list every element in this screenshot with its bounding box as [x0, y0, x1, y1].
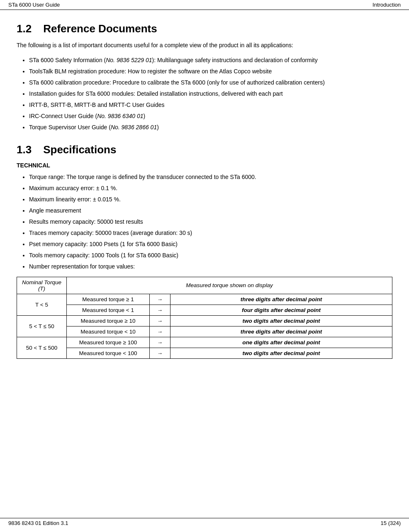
table-result: three digits after decimal point: [170, 326, 392, 337]
list-item: IRTT-B, SRTT-B, MRTT-B and MRTT-C User G…: [29, 101, 392, 109]
table-result: four digits after decimal point: [170, 305, 392, 315]
list-item: Torque range: The torque range is define…: [29, 173, 392, 181]
table-condition: Measured torque ≥ 1: [67, 294, 150, 305]
list-item: Traces memory capacity: 50000 traces (av…: [29, 229, 392, 237]
table-header-measured: Measured torque shown on display: [67, 277, 392, 294]
table-result: two digits after decimal point: [170, 348, 392, 358]
section-1-2-intro: The following is a list of important doc…: [17, 41, 392, 50]
footer-left: 9836 8243 01 Edition 3.1: [8, 520, 68, 526]
list-item: Pset memory capacity: 1000 Psets (1 for …: [29, 240, 392, 249]
table-arrow: →: [150, 305, 170, 315]
section-1-2-list: STa 6000 Safety Information (No. 9836 52…: [29, 56, 392, 132]
list-item: ToolsTalk BLM registration procedure: Ho…: [29, 67, 392, 76]
list-item: Maximum linearity error: ± 0.015 %.: [29, 195, 392, 204]
list-item: Installation guides for STa 6000 modules…: [29, 89, 392, 98]
list-item: STa 6000 Safety Information (No. 9836 52…: [29, 56, 392, 65]
table-header-nominal: Nominal Torque (T): [17, 277, 67, 294]
table-condition: Measured torque < 1: [67, 305, 150, 315]
table-arrow: →: [150, 337, 170, 348]
list-item: Torque Supervisor User Guide (No. 9836 2…: [29, 123, 392, 132]
section-1-2-title: Reference Documents: [43, 22, 157, 35]
list-item: Results memory capacity: 50000 test resu…: [29, 218, 392, 226]
table-condition: Measured torque ≥ 10: [67, 315, 150, 326]
table-condition: Measured torque < 100: [67, 348, 150, 358]
list-item: STa 6000 calibration procedure: Procedur…: [29, 78, 392, 87]
table-range-t50: 5 < T ≤ 50: [17, 315, 67, 337]
table-result: one digits after decimal point: [170, 337, 392, 348]
page-footer: 9836 8243 01 Edition 3.1 15 (324): [0, 518, 409, 528]
section-1-3-list: Torque range: The torque range is define…: [29, 173, 392, 271]
section-1-3-title: Specifications: [43, 143, 116, 156]
list-item: Maximum accuracy error: ± 0.1 %.: [29, 184, 392, 193]
table-result: three digits after decimal point: [170, 294, 392, 305]
list-item: Angle measurement: [29, 206, 392, 215]
list-item: Number representation for torque values:: [29, 262, 392, 271]
section-1-2-number: 1.2: [17, 22, 32, 35]
table-condition: Measured torque ≥ 100: [67, 337, 150, 348]
torque-table: Nominal Torque (T) Measured torque shown…: [17, 277, 392, 359]
table-result: two digits after decimal point: [170, 315, 392, 326]
section-1-3-heading: 1.3Specifications: [17, 143, 392, 156]
list-item: Tools memory capacity: 1000 Tools (1 for…: [29, 251, 392, 260]
table-range-t5: T < 5: [17, 294, 67, 315]
table-arrow: →: [150, 294, 170, 305]
header-left: STa 6000 User Guide: [8, 2, 60, 8]
table-arrow: →: [150, 315, 170, 326]
header-right: Introduction: [372, 2, 401, 8]
section-1-3-number: 1.3: [17, 143, 32, 156]
technical-label: TECHNICAL: [17, 162, 392, 169]
page-header: STa 6000 User Guide Introduction: [0, 0, 409, 10]
table-range-t500: 50 < T ≤ 500: [17, 337, 67, 358]
table-arrow: →: [150, 348, 170, 358]
list-item: IRC-Connect User Guide (No. 9836 6340 01…: [29, 112, 392, 121]
footer-right: 15 (324): [381, 520, 401, 526]
table-condition: Measured torque < 10: [67, 326, 150, 337]
section-1-2-heading: 1.2Reference Documents: [17, 22, 392, 35]
table-arrow: →: [150, 326, 170, 337]
